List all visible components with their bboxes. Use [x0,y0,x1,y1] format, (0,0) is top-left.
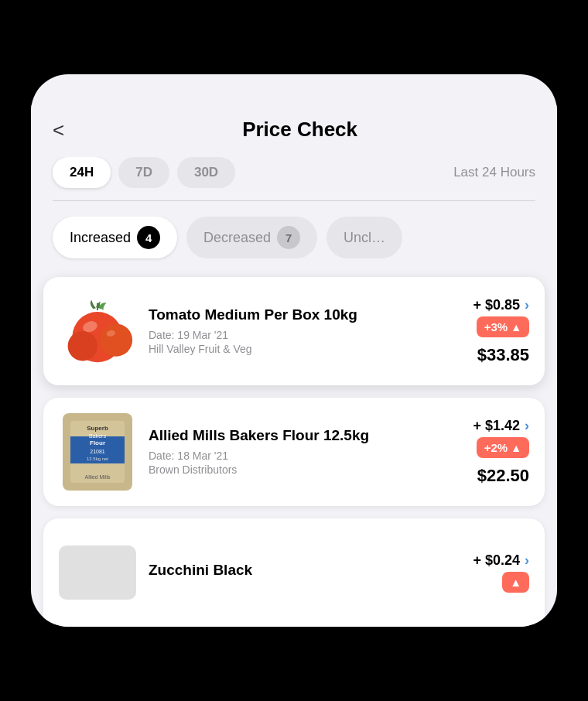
tab-increased-label: Increased [70,230,131,246]
price-change-row: + $0.24 › [473,552,529,569]
svg-text:12.5kg net: 12.5kg net [87,457,108,461]
price-change-amount: + $0.85 [473,297,520,313]
page-title: Price Check [64,118,535,142]
time-filter-row: 24H 7D 30D Last 24 Hours [31,157,557,200]
time-filter-30d[interactable]: 30D [177,157,235,188]
svg-text:Allied Mills: Allied Mills [84,474,111,480]
up-arrow-icon: ▲ [510,576,521,589]
percent-label: +3% [484,320,508,333]
time-range-label: Last 24 Hours [453,165,535,180]
up-arrow-icon: ▲ [511,442,521,454]
svg-point-2 [100,323,132,356]
up-arrow-icon: ▲ [511,321,521,333]
item-name: Tomato Medium Per Box 10kg [149,306,447,325]
item-supplier: Hill Valley Fruit & Veg [149,343,447,355]
phone-container: < Price Check 24H 7D 30D Last 24 Hours I… [31,74,557,627]
svg-text:Flour: Flour [90,439,105,446]
item-date: Date: 18 Mar '21 [149,450,447,462]
price-change-amount: + $1.42 [473,418,520,434]
list-item[interactable]: Tomato Medium Per Box 10kg Date: 19 Mar … [43,277,545,385]
back-button[interactable]: < [53,120,64,140]
tab-unclassified-label: Uncl… [344,230,385,246]
item-info-flour: Allied Mills Bakers Flour 12.5kg Date: 1… [149,426,447,478]
item-price-block-flour: + $1.42 › +2% ▲ $22.50 [460,418,529,486]
item-total-price: $33.85 [477,345,529,365]
tab-decreased-label: Decreased [203,230,271,246]
price-change-row: + $1.42 › [473,418,529,434]
svg-point-4 [68,331,97,361]
zucchini-placeholder [59,545,136,600]
price-change-amount: + $0.24 [473,552,520,569]
item-price-block-tomato: + $0.85 › +3% ▲ $33.85 [460,297,529,365]
tab-decreased[interactable]: Decreased 7 [186,217,317,258]
tab-increased-badge: 4 [137,226,160,249]
list-item[interactable]: Zucchini Black + $0.24 › ▲ [43,518,545,627]
svg-text:21081: 21081 [90,449,105,454]
time-filter-24h[interactable]: 24H [53,157,111,188]
list-item[interactable]: Superb Bakers Flour 21081 12.5kg net All… [43,398,545,506]
tab-increased[interactable]: Increased 4 [53,217,177,258]
chevron-right-icon: › [525,297,529,313]
percent-label: +2% [484,441,508,454]
item-name: Allied Mills Bakers Flour 12.5kg [149,426,447,446]
item-image-zucchini [59,534,136,611]
percent-badge: +3% ▲ [477,316,529,337]
header: < Price Check [31,105,557,157]
filter-tabs: Increased 4 Decreased 7 Uncl… [31,217,557,277]
chevron-right-icon: › [525,552,529,569]
item-info-tomato: Tomato Medium Per Box 10kg Date: 19 Mar … [149,306,447,357]
percent-badge: +2% ▲ [477,437,529,458]
tab-decreased-badge: 7 [277,226,300,249]
chevron-right-icon: › [525,418,529,434]
item-image-flour: Superb Bakers Flour 21081 12.5kg net All… [59,413,136,491]
time-filter-7d[interactable]: 7D [118,157,169,188]
items-list: Tomato Medium Per Box 10kg Date: 19 Mar … [31,277,557,627]
item-supplier: Brown Distributors [149,463,447,476]
item-name: Zucchini Black [149,561,447,580]
svg-text:Superb: Superb [87,425,108,432]
item-date: Date: 19 Mar '21 [149,329,447,341]
price-change-row: + $0.85 › [473,297,529,313]
tab-unclassified[interactable]: Uncl… [326,217,402,258]
item-price-block-zucchini: + $0.24 › ▲ [460,552,529,593]
percent-badge: ▲ [502,572,529,593]
divider [53,200,535,201]
item-image-tomato [59,292,136,370]
item-info-zucchini: Zucchini Black [149,561,447,585]
svg-text:Bakers: Bakers [89,433,106,439]
flour-bag: Superb Bakers Flour 21081 12.5kg net All… [63,413,132,491]
item-total-price: $22.50 [477,466,529,486]
